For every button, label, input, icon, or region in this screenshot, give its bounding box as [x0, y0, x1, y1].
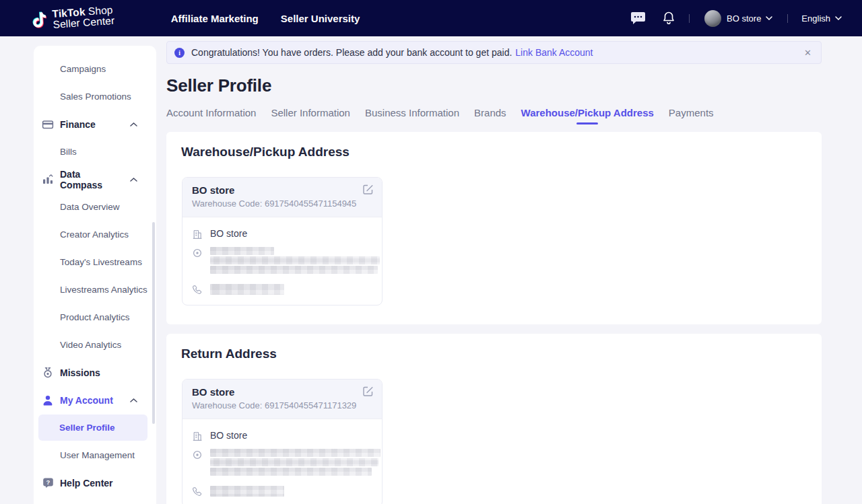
warehouse-name: BO store: [192, 184, 372, 196]
address-row: [192, 247, 372, 275]
tab-seller-information[interactable]: Seller Information: [271, 107, 350, 124]
language-label: English: [801, 13, 830, 24]
return-address-card: BO store Warehouse Code: 691754045547117…: [182, 379, 383, 504]
main-content: i Congratulations! You have orders. Plea…: [166, 41, 822, 504]
svg-text:?: ?: [46, 478, 50, 486]
sidebar-item-bills[interactable]: Bills: [34, 138, 156, 166]
building-icon: [192, 431, 203, 441]
address-card-header: BO store Warehouse Code: 691754045547115…: [183, 178, 382, 217]
section-heading: Return Address: [181, 347, 805, 361]
sidebar-item-livestreams-analytics[interactable]: Livestreams Analytics: [34, 276, 156, 303]
sidebar-item-label: Data Compass: [60, 169, 124, 190]
sidebar-item-label: Today's Livestreams: [60, 257, 142, 267]
redacted-address: [210, 449, 380, 477]
sidebar-item-todays-livestreams[interactable]: Today's Livestreams: [34, 248, 156, 276]
nav-links: Affiliate Marketing Seller University: [171, 13, 360, 24]
person-icon: [42, 394, 54, 406]
tab-account-information[interactable]: Account Information: [166, 107, 256, 124]
sidebar-item-video-analytics[interactable]: Video Analytics: [34, 331, 156, 359]
svg-text:i: i: [178, 50, 180, 57]
edit-icon[interactable]: [362, 184, 374, 195]
edit-icon[interactable]: [362, 386, 374, 397]
warehouse-pickup-address-panel: Warehouse/Pickup Address BO store Wareho…: [166, 132, 822, 324]
section-heading: Warehouse/Pickup Address: [181, 145, 805, 159]
address-row: [192, 449, 372, 477]
chevron-down-icon: [766, 16, 772, 20]
return-address-panel: Return Address BO store Warehouse Code: …: [166, 334, 822, 504]
sidebar-item-campaigns[interactable]: Campaigns: [34, 55, 156, 83]
phone-icon: [192, 285, 203, 295]
banner-message: Congratulations! You have orders. Please…: [191, 47, 512, 58]
store-name-row: BO store: [192, 430, 372, 441]
warehouse-code: Warehouse Code: 6917540455471171329: [192, 400, 372, 410]
sidebar-item-help-center[interactable]: ? Help Center: [34, 469, 156, 497]
message-icon[interactable]: [630, 11, 646, 25]
redacted-address-line: [210, 247, 274, 255]
sidebar: Campaigns Sales Promotions Finance Bills…: [34, 46, 156, 504]
sidebar-item-missions[interactable]: Missions: [34, 359, 156, 386]
sidebar-item-label: Missions: [60, 367, 100, 378]
close-icon[interactable]: ✕: [804, 48, 811, 58]
nav-divider: [787, 14, 788, 23]
address-card-header: BO store Warehouse Code: 691754045547117…: [183, 380, 382, 419]
logo-text: TikTok Shop Seller Center: [52, 5, 115, 30]
nav-link-seller-university[interactable]: Seller University: [281, 13, 360, 24]
chevron-down-icon: [835, 16, 842, 20]
sidebar-item-label: Seller Profile: [59, 423, 115, 433]
tab-brands[interactable]: Brands: [474, 107, 506, 124]
link-bank-account-link[interactable]: Link Bank Account: [515, 47, 593, 58]
store-name: BO store: [727, 13, 761, 24]
tiktok-note-icon: [30, 10, 48, 31]
redacted-address-line: [210, 256, 380, 264]
redacted-address-line: [210, 266, 378, 274]
store-line: BO store: [210, 228, 247, 239]
nav-right-cluster: BO store English: [630, 10, 842, 27]
sidebar-item-user-management[interactable]: User Management: [34, 441, 156, 469]
sidebar-item-data-compass[interactable]: Data Compass: [34, 166, 156, 193]
redacted-address-line: [210, 449, 380, 457]
address-card-body: BO store: [183, 217, 382, 305]
redacted-phone: [210, 284, 284, 295]
sidebar-item-label: User Management: [60, 450, 135, 460]
tiktok-shop-logo[interactable]: TikTok Shop Seller Center: [30, 5, 115, 32]
sidebar-scrollbar[interactable]: [152, 222, 155, 424]
notification-bell-icon[interactable]: [662, 11, 675, 26]
sidebar-item-label: Creator Analytics: [60, 229, 129, 240]
sidebar-item-creator-analytics[interactable]: Creator Analytics: [34, 221, 156, 248]
sidebar-item-data-overview[interactable]: Data Overview: [34, 193, 156, 221]
phone-icon: [192, 487, 203, 497]
sidebar-item-label: Livestreams Analytics: [60, 285, 147, 295]
redacted-address-line: [210, 468, 372, 476]
redacted-address-line: [210, 458, 378, 466]
location-icon: [192, 449, 203, 460]
tab-payments[interactable]: Payments: [669, 107, 714, 124]
orders-congrats-banner: i Congratulations! You have orders. Plea…: [166, 41, 822, 64]
chevron-up-icon: [130, 398, 137, 402]
tab-business-information[interactable]: Business Information: [365, 107, 459, 124]
sidebar-item-label: Help Center: [60, 478, 113, 489]
nav-link-affiliate-marketing[interactable]: Affiliate Marketing: [171, 13, 259, 24]
chevron-up-icon: [130, 178, 137, 182]
bar-chart-icon: [42, 174, 54, 186]
store-switcher-button[interactable]: BO store: [727, 13, 772, 24]
sidebar-item-label: Video Analytics: [60, 340, 121, 350]
nav-divider: [689, 14, 690, 23]
location-icon: [192, 248, 203, 258]
page-title: Seller Profile: [166, 75, 822, 96]
info-icon: i: [174, 48, 185, 58]
store-avatar[interactable]: [704, 10, 721, 27]
phone-row: [192, 284, 372, 295]
sidebar-item-finance[interactable]: Finance: [34, 110, 156, 138]
warehouse-address-card: BO store Warehouse Code: 691754045547115…: [182, 177, 383, 305]
warehouse-code: Warehouse Code: 6917540455471154945: [192, 199, 372, 209]
top-navbar: TikTok Shop Seller Center Affiliate Mark…: [0, 0, 862, 36]
store-line: BO store: [210, 430, 247, 441]
sidebar-item-seller-profile[interactable]: Seller Profile: [38, 415, 147, 441]
tab-warehouse-pickup-address[interactable]: Warehouse/Pickup Address: [521, 107, 654, 124]
sidebar-item-my-account[interactable]: My Account: [34, 386, 156, 414]
language-selector[interactable]: English: [801, 13, 842, 24]
address-card-body: BO store: [183, 419, 382, 504]
redacted-address: [210, 247, 380, 275]
sidebar-item-product-analytics[interactable]: Product Analytics: [34, 303, 156, 331]
sidebar-item-sales-promotions[interactable]: Sales Promotions: [34, 83, 156, 110]
